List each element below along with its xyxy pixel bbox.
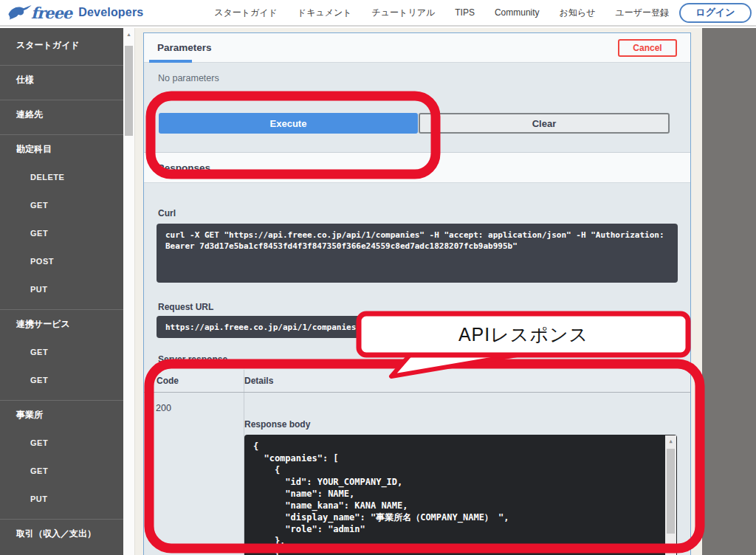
sidebar-method-list: DELETEGETGETPOSTPUT	[0, 163, 123, 309]
request-url-value: https://api.freee.co.jp/api/1/companies	[157, 316, 678, 338]
parameters-title: Parameters	[157, 42, 212, 53]
sidebar-method-link[interactable]: DELETE	[0, 163, 123, 191]
page-body: スタートガイド 仕様 連絡先	[0, 28, 756, 555]
nav-link[interactable]: ユーザー登録	[615, 7, 669, 19]
parameters-header-row: Parameters Cancel	[144, 33, 690, 63]
clear-button[interactable]: Clear	[419, 113, 670, 134]
response-body-line: "companies": [	[253, 452, 658, 464]
server-response-table: Code Details 200 Response body { "compan…	[144, 370, 690, 555]
sidebar-section-label[interactable]: スタートガイド	[0, 31, 123, 59]
no-parameters-text: No parameters	[144, 63, 690, 83]
swagger-operation-panel: Parameters Cancel No parameters Execute …	[143, 32, 691, 555]
sidebar-method-link[interactable]: GET	[0, 191, 123, 219]
right-gray-area	[702, 28, 756, 555]
sidebar-method-link[interactable]: GET	[0, 338, 123, 366]
response-body-line: "role": "admin"	[253, 523, 658, 535]
sidebar-method-list: GETGET	[0, 338, 123, 400]
nav-link[interactable]: TIPS	[455, 7, 475, 18]
responses-body: Curl curl -X GET "https://api.freee.co.j…	[144, 183, 690, 555]
logo-script-text: freee	[31, 4, 72, 22]
sidebar-method-link[interactable]: GET	[0, 429, 123, 457]
sidebar-section: 連携サービス GETGET	[0, 309, 123, 400]
response-table-header: Code Details	[144, 370, 690, 393]
response-body-line: "name_kana": KANA NAME,	[253, 500, 658, 511]
execute-row: Execute Clear	[144, 113, 690, 134]
response-body-line: {	[253, 464, 658, 476]
right-page-margin	[692, 28, 702, 555]
sidebar-section-label[interactable]: 勘定科目	[0, 135, 123, 163]
response-body-line: {	[253, 441, 658, 452]
sidebar-method-link[interactable]: POST	[0, 247, 123, 275]
response-body-label: Response body	[244, 419, 690, 430]
code-column-header: Code	[144, 370, 244, 392]
response-body-line: },	[253, 535, 658, 547]
request-url-label: Request URL	[158, 302, 690, 313]
page-scrollbar[interactable]: ▲	[123, 28, 135, 555]
response-scrollbar-thumb[interactable]	[667, 449, 675, 534]
response-body-lines: { "companies": [ { "id": YOUR_COMPANY_ID…	[253, 441, 658, 555]
sidebar-section-label[interactable]: 取引（収入／支出）	[0, 520, 123, 548]
response-body-line: "name": NAME,	[253, 488, 658, 500]
nav-link[interactable]: スタートガイド	[214, 7, 278, 19]
sidebar-method-link[interactable]: GET	[0, 366, 123, 394]
server-response-label: Server response	[158, 354, 690, 365]
sidebar-section: 勘定科目 DELETEGETGETPOSTPUT	[0, 134, 123, 309]
sidebar-section: 仕様	[0, 65, 123, 100]
screen: freee Developers スタートガイドドキュメントチュートリアルTIP…	[0, 0, 756, 555]
logo-developers-text: Developers	[78, 6, 143, 19]
scroll-up-icon[interactable]: ▲	[665, 435, 676, 447]
sidebar-section: スタートガイド	[0, 31, 123, 65]
parameters-body: No parameters Execute Clear	[144, 63, 690, 152]
active-tab-underline	[149, 60, 192, 63]
sidebar-method-list: DELETEGET	[0, 548, 123, 555]
responses-header-row: Responses	[144, 152, 690, 183]
response-body-line: "display_name": "事業所名（COMPANY_NAME） ",	[253, 511, 658, 523]
sidebar-section: 取引（収入／支出） DELETEGET	[0, 519, 123, 555]
login-button[interactable]: ログイン	[679, 3, 752, 23]
status-code-value: 200	[144, 393, 244, 555]
freee-developers-logo[interactable]: freee Developers	[0, 3, 143, 22]
top-header: freee Developers スタートガイドドキュメントチュートリアルTIP…	[0, 0, 756, 27]
sidebar-section-label[interactable]: 連絡先	[0, 100, 123, 128]
sidebar-method-list: GETGETPUT	[0, 429, 123, 519]
curl-command-code: curl -X GET "https://api.freee.co.jp/api…	[157, 224, 678, 283]
cancel-button[interactable]: Cancel	[618, 39, 677, 57]
nav-link[interactable]: Community	[495, 7, 540, 18]
freee-bird-icon	[7, 3, 32, 22]
sidebar-method-link[interactable]: PUT	[0, 275, 123, 303]
response-body-code: { "companies": [ { "id": YOUR_COMPANY_ID…	[244, 435, 677, 555]
scroll-up-icon[interactable]: ▲	[123, 28, 134, 40]
sidebar-method-list	[0, 94, 123, 100]
details-column-header: Details	[244, 370, 690, 392]
sidebar-section: 連絡先	[0, 100, 123, 134]
sidebar-section-label[interactable]: 仕様	[0, 66, 123, 94]
sidebar-method-link[interactable]: GET	[0, 219, 123, 247]
execute-button[interactable]: Execute	[159, 113, 418, 134]
response-body-line: {	[253, 547, 658, 555]
sidebar-method-link[interactable]: PUT	[0, 485, 123, 513]
response-details-cell: Response body { "companies": [ { "id": Y…	[244, 393, 690, 555]
sidebar-method-link[interactable]: DELETE	[0, 548, 123, 555]
sidebar-method-link[interactable]: GET	[0, 457, 123, 485]
response-body-line: "id": YOUR_COMPANY_ID,	[253, 476, 658, 488]
sidebar-section-label[interactable]: 事業所	[0, 401, 123, 429]
nav-link[interactable]: お知らせ	[560, 7, 596, 19]
nav-link[interactable]: チュートリアル	[372, 7, 436, 19]
top-nav: スタートガイドドキュメントチュートリアルTIPSCommunityお知らせユーザ…	[214, 7, 679, 19]
sidebar-method-list	[0, 128, 123, 134]
nav-link[interactable]: ドキュメント	[298, 7, 352, 19]
response-body-scrollbar[interactable]: ▲	[665, 435, 676, 555]
page-scrollbar-thumb[interactable]	[125, 46, 133, 136]
response-table-row: 200 Response body { "companies": [ { "id…	[144, 393, 690, 555]
curl-label: Curl	[158, 208, 690, 219]
sidebar-method-list	[0, 59, 123, 65]
sidebar: スタートガイド 仕様 連絡先	[0, 28, 123, 555]
responses-title: Responses	[157, 162, 210, 173]
sidebar-section: 事業所 GETGETPUT	[0, 400, 123, 519]
sidebar-section-label[interactable]: 連携サービス	[0, 310, 123, 338]
